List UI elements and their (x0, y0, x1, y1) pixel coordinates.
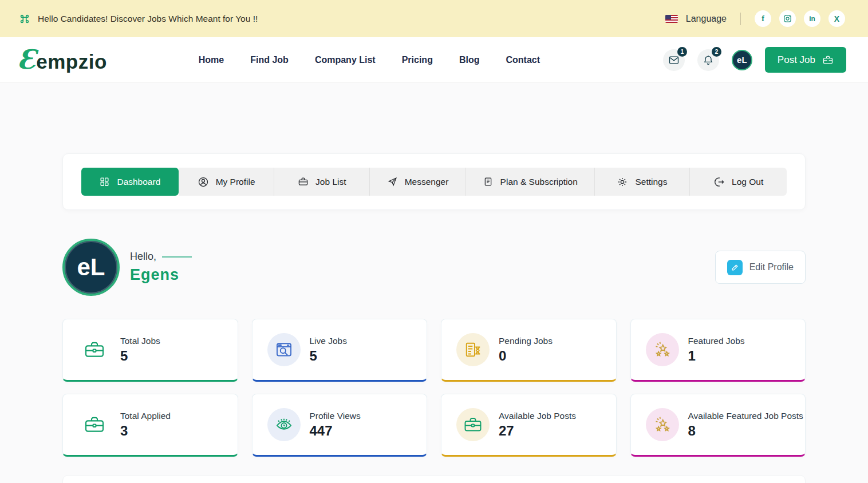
profile-avatar: eL (62, 239, 120, 296)
stat-card-total-jobs: Total Jobs 5 (62, 319, 238, 382)
instagram-icon[interactable] (779, 10, 796, 27)
stat-value: 0 (499, 348, 553, 364)
linkedin-icon[interactable]: in (804, 10, 820, 27)
stat-label: Pending Jobs (499, 336, 553, 346)
greeting-section: eL Hello, Egens Edit Profile (62, 239, 806, 296)
tab-label: Settings (635, 177, 667, 187)
notifications-badge: 2 (712, 47, 721, 57)
command-icon (18, 13, 31, 25)
brand-glyph: Ɛ (17, 46, 36, 73)
nav-find-job[interactable]: Find Job (250, 55, 289, 65)
tab-label: Job List (315, 177, 346, 187)
user-avatar[interactable]: eL (732, 50, 752, 70)
stat-card-pending-jobs: Pending Jobs 0 (441, 319, 617, 382)
nav-blog[interactable]: Blog (459, 55, 480, 65)
tab-label: Dashboard (117, 177, 160, 187)
post-job-label: Post Job (778, 54, 815, 66)
edit-profile-button[interactable]: Edit Profile (715, 251, 806, 284)
stat-label: Total Jobs (120, 336, 160, 346)
stat-value: 5 (120, 348, 160, 364)
main-header: Ɛ empzio Home Find Job Company List Pric… (0, 37, 868, 83)
dashboard-grid-icon (99, 176, 110, 187)
gear-icon (617, 176, 628, 188)
briefcase-icon (78, 333, 111, 366)
tab-dashboard[interactable]: Dashboard (81, 168, 179, 196)
stats-grid: Total Jobs 5 Live Jobs 5 (62, 319, 806, 457)
stat-value: 5 (310, 348, 347, 364)
stat-card-live-jobs: Live Jobs 5 (252, 319, 428, 382)
hello-text: Hello, (130, 251, 156, 263)
stat-label: Available Featured Job Posts (688, 411, 803, 421)
briefcase-icon (456, 408, 490, 441)
messages-badge: 1 (677, 47, 687, 57)
facebook-icon[interactable]: f (755, 10, 771, 27)
divider (740, 13, 741, 25)
brand-name: empzio (36, 50, 107, 73)
stat-card-profile-views: Profile Views 447 (252, 394, 428, 457)
stat-label: Total Applied (120, 411, 171, 421)
messages-button[interactable]: 1 (663, 49, 685, 71)
stat-label: Available Job Posts (499, 411, 576, 421)
tab-plan-subscription[interactable]: Plan & Subscription (465, 168, 594, 196)
edit-pencil-icon (727, 260, 743, 275)
nav-contact[interactable]: Contact (506, 55, 540, 65)
stars-icon (646, 333, 679, 366)
notifications-button[interactable]: 2 (697, 49, 719, 71)
user-name: Egens (130, 266, 192, 284)
dashboard-tabbar-card: Dashboard My Profile Job List Messenger (62, 153, 806, 210)
tab-messenger[interactable]: Messenger (369, 168, 465, 196)
stat-card-available-job-posts: Available Job Posts 27 (441, 394, 617, 457)
tab-log-out[interactable]: Log Out (689, 168, 787, 196)
decorative-line (162, 256, 192, 258)
announcement-bar: Hello Candidates! Discover Jobs Which Me… (0, 0, 868, 37)
eye-clock-icon (267, 408, 301, 441)
browser-search-icon (267, 333, 301, 366)
tab-label: Plan & Subscription (500, 177, 578, 187)
main-nav: Home Find Job Company List Pricing Blog … (199, 55, 540, 65)
stat-value: 27 (499, 423, 576, 439)
logout-icon (713, 176, 725, 188)
brand-logo[interactable]: Ɛ empzio (17, 46, 107, 73)
bell-icon (703, 54, 714, 66)
stat-card-featured-jobs: Featured Jobs 1 (630, 319, 806, 382)
nav-pricing[interactable]: Pricing (402, 55, 433, 65)
user-icon (198, 176, 209, 188)
stat-value: 447 (310, 423, 361, 439)
stat-value: 8 (688, 423, 803, 439)
document-icon (483, 176, 494, 187)
stat-label: Profile Views (310, 411, 361, 421)
edit-profile-label: Edit Profile (749, 262, 794, 272)
tab-label: Log Out (732, 177, 763, 187)
stat-card-available-featured-job-posts: Available Featured Job Posts 8 (630, 394, 806, 457)
post-job-button[interactable]: Post Job (765, 47, 846, 73)
stat-card-total-applied: Total Applied 3 (62, 394, 238, 457)
next-section-card (62, 475, 806, 483)
stat-label: Live Jobs (310, 336, 347, 346)
paper-plane-icon (387, 176, 398, 187)
document-hourglass-icon (456, 333, 490, 366)
nav-home[interactable]: Home (199, 55, 224, 65)
tab-label: Messenger (405, 177, 449, 187)
tab-job-list[interactable]: Job List (274, 168, 369, 196)
language-selector[interactable]: Language (686, 14, 727, 24)
briefcase-icon (298, 176, 309, 187)
tab-my-profile[interactable]: My Profile (179, 168, 274, 196)
stat-value: 1 (688, 348, 745, 364)
stars-icon (646, 408, 679, 441)
stat-value: 3 (120, 423, 171, 439)
tab-settings[interactable]: Settings (594, 168, 690, 196)
nav-company-list[interactable]: Company List (315, 55, 376, 65)
us-flag-icon (665, 15, 678, 23)
x-icon[interactable]: X (828, 10, 845, 27)
tab-label: My Profile (216, 177, 255, 187)
briefcase-icon (78, 408, 111, 441)
announcement-text: Hello Candidates! Discover Jobs Which Me… (38, 14, 258, 24)
envelope-icon (668, 54, 680, 66)
stat-label: Featured Jobs (688, 336, 745, 346)
briefcase-icon (822, 54, 834, 66)
